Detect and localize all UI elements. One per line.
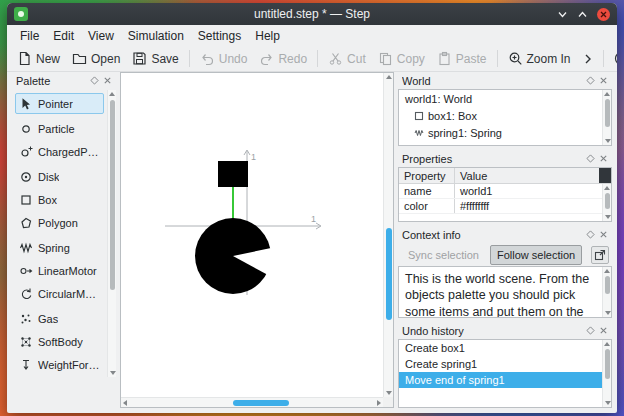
undo-item-create-box1[interactable]: Create box1 [399, 340, 611, 356]
close-icon[interactable] [599, 230, 608, 239]
properties-header-row: Property Value [399, 168, 611, 184]
close-button[interactable] [597, 8, 610, 21]
tree-item-spring1[interactable]: spring1: Spring [399, 124, 611, 141]
maximize-button[interactable] [577, 9, 588, 20]
close-icon[interactable] [103, 76, 112, 85]
minimize-button[interactable] [557, 9, 568, 20]
palette-item-label: SoftBody [38, 336, 83, 348]
disk-shape[interactable] [195, 218, 272, 294]
menu-help[interactable]: Help [248, 27, 287, 45]
float-icon[interactable] [586, 326, 595, 335]
zoom-in-button[interactable]: Zoom In [502, 48, 577, 69]
properties-scrollbar[interactable] [602, 184, 611, 221]
scroll-up-arrow[interactable] [386, 75, 392, 79]
palette-item-label: CircularMotor [38, 288, 100, 300]
scroll-down-arrow[interactable] [605, 215, 611, 219]
open-in-browser-button[interactable] [591, 246, 609, 264]
canvas-vertical-scrollbar[interactable] [383, 73, 393, 397]
scroll-up-arrow[interactable] [109, 92, 115, 96]
scrollbar-thumb[interactable] [386, 228, 392, 320]
scroll-up-arrow[interactable] [604, 92, 610, 96]
step-app-icon [14, 7, 28, 21]
undo-button[interactable]: Undo [194, 48, 254, 69]
open-folder-icon [72, 51, 87, 66]
palette-item-chargedparticle[interactable]: ChargedParticle [15, 141, 104, 162]
palette-title: Palette [16, 75, 86, 87]
soft-body-icon [19, 335, 33, 349]
scroll-up-arrow[interactable] [604, 342, 610, 346]
palette-item-polygon[interactable]: Polygon [15, 212, 104, 233]
palette-item-box[interactable]: Box [15, 189, 104, 210]
new-button[interactable]: New [11, 48, 66, 69]
property-row-color[interactable]: color #ffffffff [399, 199, 611, 214]
column-header-property[interactable]: Property [399, 168, 455, 183]
scroll-left-arrow[interactable] [123, 400, 127, 406]
simulate-button[interactable]: Simulate [608, 48, 617, 69]
scrollbar-thumb[interactable] [605, 193, 610, 209]
menu-settings[interactable]: Settings [191, 27, 248, 45]
toolbar-overflow-button[interactable] [577, 50, 599, 68]
scrollbar-thumb[interactable] [605, 99, 610, 127]
scrollbar-thumb[interactable] [233, 400, 289, 406]
property-row-name[interactable]: name world1 [399, 184, 611, 199]
scroll-down-arrow[interactable] [605, 401, 611, 405]
box1-shape[interactable] [218, 161, 248, 187]
undo-item-move-end-of-spring1[interactable]: Move end of spring1 [399, 372, 611, 388]
redo-button[interactable]: Redo [253, 48, 313, 69]
undo-item-create-spring1[interactable]: Create spring1 [399, 356, 611, 372]
palette-item-circularmotor[interactable]: CircularMotor [15, 283, 104, 304]
scroll-down-arrow[interactable] [605, 139, 611, 143]
scroll-up-arrow[interactable] [604, 186, 610, 190]
scrollbar-thumb[interactable] [605, 349, 610, 379]
close-icon[interactable] [599, 76, 608, 85]
undo-scrollbar[interactable] [602, 340, 611, 407]
scroll-down-arrow[interactable] [110, 371, 116, 375]
scroll-down-arrow[interactable] [605, 311, 611, 315]
context-scrollbar[interactable] [602, 267, 611, 317]
palette-item-pointer[interactable]: Pointer [15, 93, 104, 114]
column-header-value[interactable]: Value [455, 168, 599, 183]
palette-scrollbar[interactable] [107, 90, 116, 377]
paste-button[interactable]: Paste [431, 48, 493, 69]
tree-item-world1[interactable]: world1: World [399, 90, 611, 107]
menu-file[interactable]: File [13, 27, 46, 45]
palette-item-spring[interactable]: Spring [15, 237, 104, 258]
palette-item-particle[interactable]: Particle [15, 118, 104, 139]
scrollbar-thumb[interactable] [110, 100, 115, 290]
scrollbar-thumb[interactable] [605, 276, 610, 294]
menu-edit[interactable]: Edit [46, 27, 81, 45]
scroll-up-arrow[interactable] [604, 269, 610, 273]
spring-icon [414, 128, 424, 138]
save-button[interactable]: Save [126, 48, 184, 69]
scroll-down-arrow[interactable] [386, 391, 392, 395]
close-icon[interactable] [599, 154, 608, 163]
palette-item-linearmotor[interactable]: LinearMotor [15, 260, 104, 281]
close-icon[interactable] [599, 326, 608, 335]
open-button[interactable]: Open [66, 48, 126, 69]
palette-item-weightforce[interactable]: WeightForce [15, 354, 104, 375]
scene-svg[interactable]: 1 1 [121, 73, 383, 397]
palette-item-disk[interactable]: Disk [15, 166, 104, 187]
menu-simulation[interactable]: Simulation [121, 27, 191, 45]
undo-history-title: Undo history [402, 325, 582, 337]
palette-item-softbody[interactable]: SoftBody [15, 331, 104, 352]
float-icon[interactable] [586, 76, 595, 85]
palette-item-gas[interactable]: Gas [15, 308, 104, 329]
titlebar[interactable]: untitled.step * — Step [7, 3, 617, 25]
copy-button[interactable]: Copy [372, 48, 431, 69]
menubar: File Edit View Simulation Settings Help [7, 25, 617, 46]
float-icon[interactable] [90, 76, 99, 85]
world-scrollbar[interactable] [602, 90, 611, 145]
property-value-cell: #ffffffff [455, 199, 611, 213]
scroll-right-arrow[interactable] [377, 400, 381, 406]
menu-view[interactable]: View [81, 27, 121, 45]
new-label: New [36, 52, 60, 66]
world-canvas[interactable]: 1 1 [120, 72, 394, 408]
follow-selection-button[interactable]: Follow selection [490, 245, 582, 265]
tree-item-box1[interactable]: box1: Box [399, 107, 611, 124]
float-icon[interactable] [586, 230, 595, 239]
canvas-horizontal-scrollbar[interactable] [121, 397, 383, 407]
cut-button[interactable]: Cut [322, 48, 372, 69]
sync-selection-button[interactable]: Sync selection [401, 245, 486, 265]
float-icon[interactable] [586, 154, 595, 163]
